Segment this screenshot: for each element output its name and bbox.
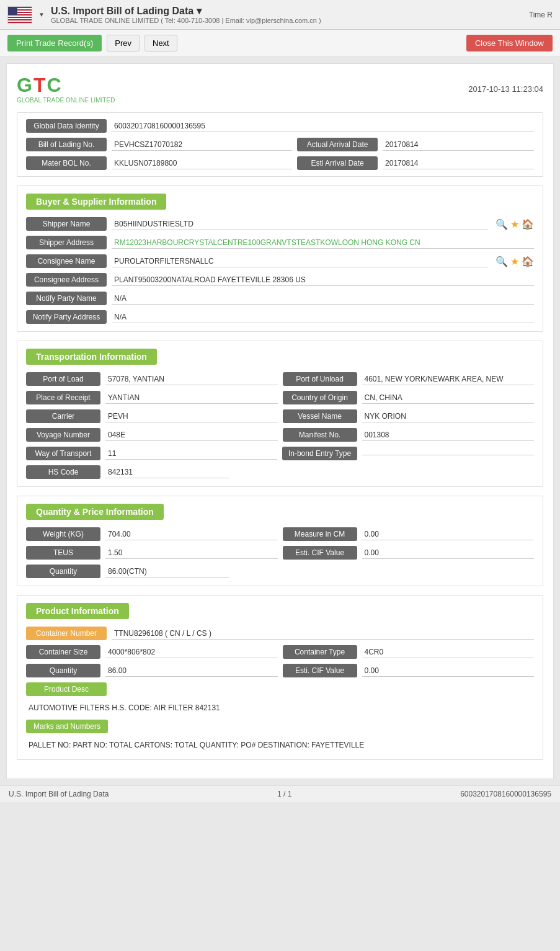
carrier-value: PEVH (105, 411, 278, 422)
title-area: U.S. Import Bill of Lading Data ▾ GLOBAL… (51, 5, 523, 24)
consignee-search-icon[interactable]: 🔍 (496, 256, 508, 267)
quantity-price-header: Quantity & Price Information (26, 504, 534, 527)
place-receipt-label: Place of Receipt (26, 391, 100, 404)
dropdown-arrow[interactable]: ▼ (38, 11, 45, 18)
consignee-name-value: PUROLATORFILTERSNALLC (112, 256, 488, 267)
esti-cif-label: Esti. CIF Value (283, 546, 357, 560)
marks-value: PALLET NO: PART NO: TOTAL CARTONS: TOTAL… (29, 738, 534, 752)
product-header: Product Information (26, 603, 534, 627)
port-row: Port of Load 57078, YANTIAN Port of Unlo… (26, 372, 534, 386)
in-bond-label: In-bond Entry Type (282, 447, 357, 460)
shipper-addr-value: RM12023HARBOURCRYSTALCENTRE100GRANVTSTEA… (112, 237, 534, 249)
country-origin-value: CN, CHINA (362, 392, 535, 404)
consignee-name-label: Consignee Name (26, 254, 107, 268)
container-type-label: Container Type (283, 645, 357, 659)
container-type-value: 4CR0 (362, 646, 535, 658)
port-unload-value: 4601, NEW YORK/NEWARK AREA, NEW (362, 373, 535, 385)
hs-code-value: 842131 (105, 467, 229, 478)
global-data-label: Global Data Identity (26, 119, 107, 133)
weight-label: Weight (KG) (26, 527, 100, 541)
way-transport-label: Way of Transport (26, 447, 100, 460)
consignee-star-icon[interactable]: ★ (510, 256, 519, 267)
master-bol-value: KKLUSN07189800 (112, 158, 292, 169)
notify-name-label: Notify Party Name (26, 292, 107, 305)
consignee-icons: 🔍 ★ 🏠 (496, 256, 534, 267)
port-load-value: 57078, YANTIAN (105, 373, 278, 385)
logo-icon2: T (33, 74, 45, 97)
place-receipt-value: YANTIAN (105, 392, 278, 404)
way-transport-row: Way of Transport 11 In-bond Entry Type (26, 447, 534, 460)
hs-code-row: HS Code 842131 (26, 465, 534, 479)
bol-row: Bill of Lading No. PEVHCSZ17070182 Actua… (26, 138, 534, 151)
actual-arrival-label: Actual Arrival Date (297, 138, 378, 151)
actual-arrival-value: 20170814 (383, 139, 534, 151)
country-origin-label: Country of Origin (283, 391, 357, 404)
buyer-supplier-title: Buyer & Supplier Information (26, 194, 166, 210)
notify-addr-label: Notify Party Address (26, 310, 107, 324)
logo-area: G T C GLOBAL TRADE ONLINE LIMITED 2017-1… (17, 74, 543, 104)
close-button[interactable]: Close This Window (466, 35, 553, 51)
logo-icon3: C (47, 74, 60, 97)
shipper-search-icon[interactable]: 🔍 (496, 218, 508, 230)
hs-code-label: HS Code (26, 465, 100, 479)
esti-arrival-label: Esti Arrival Date (297, 156, 378, 170)
global-data-value: 6003201708160000136595 (112, 120, 534, 132)
product-quantity-label: Quantity (26, 664, 100, 677)
consignee-addr-label: Consignee Address (26, 273, 107, 287)
logo: G T C GLOBAL TRADE ONLINE LIMITED (17, 74, 115, 104)
transportation-title: Transportation Information (26, 349, 157, 365)
consignee-home-icon[interactable]: 🏠 (522, 256, 534, 267)
shipper-star-icon[interactable]: ★ (510, 218, 519, 230)
container-size-value: 4000*806*802 (105, 646, 278, 658)
quantity-value: 86.00(CTN) (105, 566, 229, 578)
weight-row: Weight (KG) 704.00 Measure in CM 0.00 (26, 527, 534, 541)
page-subtitle: GLOBAL TRADE ONLINE LIMITED ( Tel: 400-7… (51, 17, 523, 24)
logo-company: GLOBAL TRADE ONLINE LIMITED (17, 97, 115, 104)
notify-addr-row: Notify Party Address N/A (26, 310, 534, 324)
product-quantity-value: 86.00 (105, 665, 278, 677)
next-button[interactable]: Next (144, 35, 177, 51)
flag-icon (7, 6, 32, 24)
notify-name-value: N/A (112, 293, 534, 305)
print-button[interactable]: Print Trade Record(s) (7, 35, 102, 51)
measure-label: Measure in CM (283, 527, 357, 541)
shipper-name-row: Shipper Name B05HIINDUSTRIESLTD 🔍 ★ 🏠 (26, 217, 534, 231)
vessel-name-value: NYK ORION (362, 411, 535, 422)
teus-label: TEUS (26, 546, 100, 560)
quantity-price-section: Quantity & Price Information Weight (KG)… (17, 496, 543, 586)
shipper-addr-row: Shipper Address RM12023HARBOURCRYSTALCEN… (26, 236, 534, 249)
notify-name-row: Notify Party Name N/A (26, 292, 534, 305)
teus-row: TEUS 1.50 Esti. CIF Value 0.00 (26, 546, 534, 560)
master-bol-label: Mater BOL No. (26, 156, 107, 170)
prev-button[interactable]: Prev (107, 35, 140, 51)
receipt-row: Place of Receipt YANTIAN Country of Orig… (26, 391, 534, 404)
way-transport-value: 11 (105, 448, 277, 460)
manifest-label: Manifest No. (283, 428, 357, 442)
consignee-name-row: Consignee Name PUROLATORFILTERSNALLC 🔍 ★… (26, 254, 534, 268)
logo-icon: G (17, 74, 31, 97)
voyage-row: Voyage Number 048E Manifest No. 001308 (26, 428, 534, 442)
page-footer: U.S. Import Bill of Lading Data 1 / 1 60… (0, 785, 560, 802)
bol-value: PEVHCSZ17070182 (112, 139, 292, 151)
product-esti-cif-label: Esti. CIF Value (283, 664, 357, 677)
buyer-supplier-header: Buyer & Supplier Information (26, 194, 534, 217)
esti-arrival-value: 20170814 (383, 158, 534, 169)
container-size-row: Container Size 4000*806*802 Container Ty… (26, 645, 534, 659)
marks-button[interactable]: Marks and Numbers (26, 720, 108, 733)
product-title: Product Information (26, 603, 129, 619)
transportation-header: Transportation Information (26, 349, 534, 372)
container-number-value: TTNU8296108 ( CN / L / CS ) (112, 628, 534, 640)
container-number-row: Container Number TTNU8296108 ( CN / L / … (26, 627, 534, 640)
product-desc-button[interactable]: Product Desc (26, 682, 107, 696)
shipper-home-icon[interactable]: 🏠 (522, 218, 534, 230)
notify-addr-value: N/A (112, 311, 534, 323)
timestamp: 2017-10-13 11:23:04 (468, 84, 543, 94)
container-number-button[interactable]: Container Number (26, 627, 107, 640)
buyer-supplier-section: Buyer & Supplier Information Shipper Nam… (17, 185, 543, 332)
carrier-label: Carrier (26, 409, 100, 423)
page-title: U.S. Import Bill of Lading Data ▾ (51, 5, 523, 17)
footer-right: 6003201708160000136595 (460, 790, 551, 798)
carrier-row: Carrier PEVH Vessel Name NYK ORION (26, 409, 534, 423)
time-area: Time R (529, 11, 553, 19)
shipper-name-value: B05HIINDUSTRIESLTD (112, 218, 488, 230)
